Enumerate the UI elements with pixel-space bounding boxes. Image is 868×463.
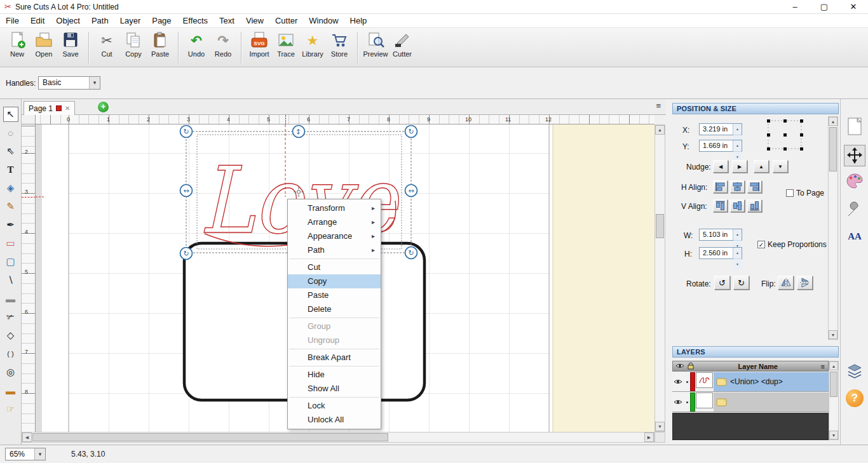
shadow-tool[interactable]: ▬	[3, 291, 18, 306]
pencil-tool[interactable]: ✎	[3, 199, 18, 214]
text-tool[interactable]: T	[3, 162, 18, 177]
fill-stroke-panel-button[interactable]	[844, 170, 865, 192]
tab-list-icon[interactable]: ≡	[656, 101, 661, 111]
menu-cutter[interactable]: Cutter	[269, 14, 303, 27]
nudge-left-button[interactable]: ◀	[713, 160, 728, 173]
x-input[interactable]: 3.219 in ▲▼	[699, 123, 742, 135]
align-middle-v-button[interactable]	[730, 199, 745, 212]
position-size-header[interactable]: POSITION & SIZE	[672, 103, 839, 114]
redo-button[interactable]: ↷ Redo	[210, 30, 236, 65]
menu-effects[interactable]: Effects	[177, 14, 214, 27]
context-menu-item-break-apart[interactable]: Break Apart	[288, 351, 381, 365]
resize-handle-left[interactable]	[180, 185, 193, 197]
tab-close-icon[interactable]: ✕	[65, 105, 70, 112]
scroll-thumb[interactable]	[656, 214, 664, 238]
handles-dropdown[interactable]: Basic ▾	[38, 76, 100, 90]
layer-color-bar[interactable]	[690, 393, 695, 412]
layer-row-body[interactable]: <Union> <dup>	[714, 372, 829, 391]
w-stepper[interactable]: ▲▼	[733, 229, 742, 240]
context-menu-item-cut[interactable]: Cut	[288, 260, 381, 274]
reference-point-grid[interactable]	[766, 118, 805, 152]
close-button[interactable]: ✕	[839, 0, 868, 13]
flip-horizontal-button[interactable]	[778, 276, 794, 290]
stepper-up-icon[interactable]: ▲	[733, 140, 742, 152]
open-button[interactable]: Open	[31, 30, 57, 65]
menu-edit[interactable]: Edit	[25, 14, 50, 27]
eyedropper-tool[interactable]: ∖	[3, 272, 18, 288]
eraser-tool[interactable]: ▭	[3, 236, 18, 251]
scroll-down-icon[interactable]: ▼	[829, 330, 837, 339]
zoom-tool[interactable]: ◎	[3, 365, 18, 380]
preview-button[interactable]: Preview	[362, 30, 389, 65]
zoom-select[interactable]: 65% ▾	[5, 448, 46, 460]
nudge-down-button[interactable]: ▼	[773, 160, 788, 173]
h-input[interactable]: 2.560 in ▲▼	[699, 247, 742, 259]
rotate-handle-bottom-left[interactable]	[180, 248, 193, 260]
context-menu-item-transform[interactable]: Transform▸	[288, 201, 381, 215]
rotate-handle-top-right[interactable]	[405, 126, 417, 138]
scroll-thumb[interactable]	[830, 372, 837, 397]
menu-object[interactable]: Object	[50, 14, 86, 27]
selection-tool[interactable]: ↖	[3, 107, 18, 122]
layer-lock-dot[interactable]	[684, 372, 690, 391]
align-center-h-button[interactable]	[730, 180, 745, 193]
scroll-up-icon[interactable]: ▲	[829, 117, 837, 126]
fonts-panel-button[interactable]: AA	[844, 225, 865, 247]
menu-view[interactable]: View	[240, 14, 269, 27]
scroll-thumb[interactable]	[32, 433, 388, 441]
fill-tool[interactable]: ◈	[3, 180, 18, 196]
context-menu-item-hide[interactable]: Hide	[288, 368, 381, 382]
context-menu-item-appearance[interactable]: Appearance▸	[288, 229, 381, 243]
layer-row[interactable]	[672, 393, 829, 412]
library-button[interactable]: ★ Library	[299, 30, 326, 65]
menu-file[interactable]: File	[0, 14, 25, 27]
stepper-up-icon[interactable]: ▲	[733, 229, 742, 241]
context-menu-item-paste[interactable]: Paste	[288, 288, 381, 302]
layers-menu-icon[interactable]: ≡	[821, 363, 825, 370]
context-menu-item-show-all[interactable]: Show All	[288, 382, 381, 396]
align-bottom-button[interactable]	[747, 199, 762, 212]
cutter-button[interactable]: Cutter	[389, 30, 416, 65]
menu-window[interactable]: Window	[303, 14, 344, 27]
paste-button[interactable]: Paste	[147, 30, 173, 65]
context-menu-item-copy[interactable]: Copy	[288, 274, 381, 288]
maximize-button[interactable]: ▢	[810, 0, 839, 13]
flip-vertical-button[interactable]	[797, 276, 813, 290]
menu-page[interactable]: Page	[146, 14, 177, 27]
scroll-down-icon[interactable]: ▼	[655, 422, 665, 431]
copy-button[interactable]: Copy	[120, 30, 147, 65]
add-page-button[interactable]: +	[98, 102, 109, 112]
resize-handle-top[interactable]	[293, 126, 305, 138]
menu-path[interactable]: Path	[86, 14, 114, 27]
layer-color-bar[interactable]	[690, 372, 695, 391]
stepper-up-icon[interactable]: ▲	[733, 248, 742, 259]
align-left-button[interactable]	[713, 180, 728, 193]
y-input[interactable]: 1.669 in ▲▼	[699, 140, 742, 152]
layer-visibility-toggle[interactable]	[672, 393, 684, 412]
rotate-right-button[interactable]: ↻	[733, 276, 749, 290]
rotate-left-button[interactable]: ↺	[714, 276, 730, 290]
layer-lock-dot[interactable]	[684, 393, 690, 412]
context-menu-item-arrange[interactable]: Arrange▸	[288, 215, 381, 229]
keep-proportions-checkbox[interactable]: ✓	[757, 241, 765, 248]
pen-tool[interactable]: ✒	[3, 217, 18, 232]
layer-thumbnail[interactable]	[696, 393, 713, 408]
context-menu-item-delete[interactable]: Delete	[288, 302, 381, 316]
h-stepper[interactable]: ▲▼	[733, 248, 742, 258]
shape-tool[interactable]: ▢	[3, 254, 18, 269]
minimize-button[interactable]: –	[780, 0, 810, 13]
scroll-thumb[interactable]	[829, 127, 837, 171]
context-menu-item-path[interactable]: Path▸	[288, 243, 381, 257]
layer-row-body[interactable]	[714, 393, 829, 412]
polygon-tool[interactable]: ◇	[3, 328, 18, 343]
pan-tool[interactable]: ☞	[3, 401, 18, 417]
stepper-up-icon[interactable]: ▲	[733, 124, 742, 135]
stepper-down-icon[interactable]: ▼	[733, 259, 742, 270]
position-size-panel-button[interactable]	[844, 145, 865, 166]
lasso-select-tool[interactable]: ◌	[3, 125, 18, 140]
scroll-up-icon[interactable]: ▲	[655, 125, 665, 135]
ruler-tool[interactable]: ▬	[3, 383, 18, 398]
scroll-down-icon[interactable]: ▼	[829, 431, 838, 440]
lock-icon[interactable]	[686, 361, 695, 371]
layer-visibility-toggle[interactable]	[672, 372, 684, 391]
